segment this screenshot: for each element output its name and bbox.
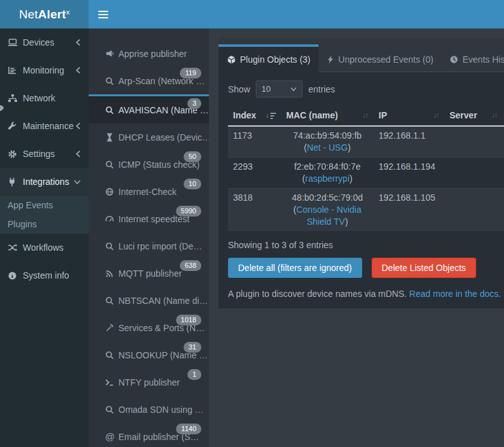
hourglass-icon	[105, 133, 118, 142]
cell-index: 2293	[228, 158, 281, 189]
column-header-ip[interactable]: IP ↓↑	[374, 105, 444, 126]
plugin-item-avahiscan[interactable]: AVAHISCAN (Name … 3	[89, 94, 209, 123]
tab-bar: Plugin Objects (3) Unprocessed Events (0…	[218, 38, 504, 72]
main-sidebar: Devices Monitoring Network Maintenance	[0, 28, 89, 447]
delete-listed-button[interactable]: Delete Listed Objects	[372, 258, 476, 278]
sidebar-item-network[interactable]: Network	[0, 84, 89, 112]
plugin-item-email-publisher[interactable]: @ Email publisher (S… 1140	[89, 423, 209, 447]
plugin-item-apprise-publisher[interactable]: Apprise publisher	[89, 40, 209, 67]
wrench-icon	[8, 122, 23, 130]
sidebar-item-integrations[interactable]: Integrations	[0, 168, 89, 196]
plugin-objects-table: Index ↓ MAC (name) ↓↑	[228, 105, 504, 231]
sidebar-item-monitoring[interactable]: Monitoring	[0, 56, 89, 84]
show-label: Show	[228, 84, 250, 94]
page-length-control: Show 10 entries	[228, 80, 504, 98]
tab-label: Events History (6)	[462, 54, 504, 65]
sidebar-item-workflows[interactable]: Workflows	[0, 234, 89, 261]
submenu-item-label: Plugins	[8, 219, 37, 229]
tab-events-history[interactable]: Events History (6)	[441, 44, 504, 72]
plugin-item-dhcp-leases[interactable]: DHCP Leases (Devic…	[89, 123, 209, 151]
gear-icon	[8, 149, 23, 159]
count-badge: 50	[184, 151, 201, 162]
plugin-item-nslookup[interactable]: NSLOOKUP (Name … 31	[89, 341, 209, 368]
device-link[interactable]: Net - USG	[307, 142, 348, 153]
device-link[interactable]: Console - Nvidia Shield TV	[296, 205, 362, 227]
column-label: Server	[450, 110, 477, 120]
plugin-details-box: Plugin Objects (3) Unprocessed Events (0…	[218, 38, 504, 308]
plugin-item-label: Omada SDN using …	[118, 405, 204, 415]
count-badge: 5990	[176, 206, 201, 217]
table-row: 1173 74:ac:b9:54:09:fb (Net - USG) 192.1…	[228, 126, 504, 158]
cell-mac-name: 48:b0:2d:5c:79:0d (Console - Nvidia Shie…	[281, 189, 374, 232]
sidebar-item-label: Integrations	[23, 177, 69, 187]
sidebar-toggle-button[interactable]	[89, 0, 117, 28]
sort-icon: ↓↑	[433, 111, 439, 120]
count-badge: 638	[180, 260, 201, 271]
table-summary: Showing 1 to 3 of 3 entries	[228, 240, 504, 250]
cell-ip: 192.168.1.194	[374, 158, 444, 189]
plugin-item-mqtt-publisher[interactable]: MQTT publisher 638	[89, 260, 209, 287]
plug-icon	[8, 177, 23, 187]
info-icon	[8, 271, 23, 280]
sidebar-item-settings[interactable]: Settings	[0, 140, 89, 168]
plugin-item-internet-speedtest[interactable]: Internet speedtest 5990	[89, 205, 209, 232]
column-header-server[interactable]: Server ↓↑	[444, 105, 503, 126]
plugin-item-omada-sdn[interactable]: Omada SDN using …	[89, 396, 209, 423]
plugin-item-services-ports[interactable]: Services & Ports (N… 1018	[89, 314, 209, 341]
tachometer-icon	[105, 215, 118, 224]
column-header-mac[interactable]: MAC (name) ↓↑	[281, 105, 374, 126]
sidebar-item-label: Settings	[23, 149, 55, 159]
plugins-sidebar: Apprise publisher Arp-Scan (Network … 11…	[89, 28, 209, 447]
cell-ip: 192.168.1.105	[374, 189, 444, 232]
app-logo[interactable]: NetAlertx	[0, 0, 89, 28]
tab-label: Plugin Objects (3)	[240, 54, 310, 65]
sidebar-item-label: Devices	[23, 37, 54, 47]
column-label: Index	[233, 110, 256, 120]
sidebar-item-maintenance[interactable]: Maintenance	[0, 112, 89, 140]
tab-label: Unprocessed Events (0)	[338, 54, 433, 65]
search-icon	[105, 106, 118, 115]
logo-text-bold: Alert	[38, 8, 66, 22]
tab-plugin-objects[interactable]: Plugin Objects (3)	[218, 44, 318, 72]
plugin-item-ntfy-publisher[interactable]: NTFY publisher 1	[89, 368, 209, 396]
tab-unprocessed-events[interactable]: Unprocessed Events (0)	[318, 44, 441, 72]
integrations-submenu: App Events Plugins	[0, 196, 89, 234]
plugin-item-label: DHCP Leases (Devic…	[118, 132, 209, 142]
cube-icon	[227, 55, 236, 65]
sidebar-item-system-info[interactable]: System info	[0, 261, 89, 289]
plugin-item-internet-check[interactable]: Internet-Check 10	[89, 178, 209, 205]
description-text: A plugin to discover device names via mD…	[228, 289, 406, 299]
sidebar-item-label: Maintenance	[23, 121, 73, 131]
cell-server	[444, 189, 503, 232]
shuffle-icon	[8, 243, 23, 252]
device-link[interactable]: raspberrypi	[305, 173, 350, 184]
page-length-select[interactable]: 10	[256, 80, 303, 98]
at-icon: @	[105, 431, 118, 442]
sidebar-item-label: Network	[23, 93, 55, 103]
sort-icon: ↓↑	[491, 111, 498, 120]
plugin-item-nbtscan[interactable]: NBTSCAN (Name di…	[89, 287, 209, 314]
count-badge: 119	[180, 68, 201, 79]
search-icon	[105, 296, 118, 305]
top-navbar: NetAlertx	[0, 0, 504, 28]
edge-rocket-icon	[0, 104, 4, 116]
clock-icon	[450, 55, 458, 64]
plugin-description: A plugin to discover device names via mD…	[228, 289, 504, 299]
plugin-item-arp-scan[interactable]: Arp-Scan (Network … 119	[89, 67, 209, 94]
sidebar-item-devices[interactable]: Devices	[0, 28, 89, 56]
sidebar-item-label: Monitoring	[23, 65, 64, 75]
laptop-icon	[8, 38, 23, 47]
mac-address: 74:ac:b9:54:09:fb	[286, 130, 369, 142]
docs-link[interactable]: Read more in the docs.	[409, 289, 501, 299]
delete-all-button[interactable]: Delete all (filters are ignored)	[228, 258, 362, 278]
submenu-item-plugins[interactable]: Plugins	[0, 215, 89, 234]
plugin-item-icmp[interactable]: ICMP (Status check) 50	[89, 151, 209, 178]
cell-ip: 192.168.1.1	[374, 126, 444, 158]
column-header-index[interactable]: Index ↓	[228, 105, 281, 126]
chevron-left-icon	[75, 66, 81, 74]
submenu-item-app-events[interactable]: App Events	[0, 196, 89, 215]
plugin-item-label: MQTT publisher	[118, 268, 182, 279]
chevron-down-icon	[290, 87, 297, 92]
search-icon	[105, 405, 118, 414]
plugin-item-luci-rpc-import[interactable]: Luci rpc import (De…	[89, 232, 209, 260]
